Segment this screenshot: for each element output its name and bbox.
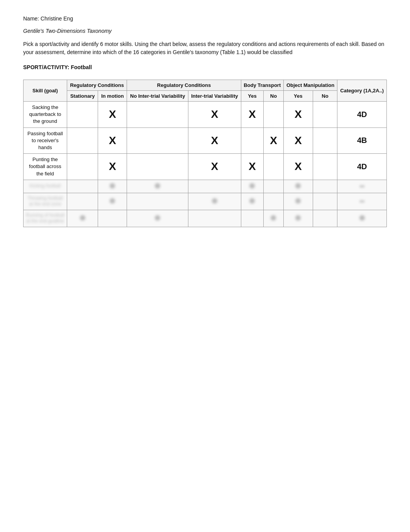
table-cell xyxy=(127,193,188,210)
header-skill: Skill (goal) xyxy=(24,80,67,102)
table-cell xyxy=(188,193,241,210)
table-cell xyxy=(188,180,241,193)
table-cell xyxy=(313,180,337,193)
table-cell: X xyxy=(98,154,127,180)
table-cell xyxy=(127,127,188,154)
table-cell xyxy=(313,210,337,227)
table-cell xyxy=(67,127,98,154)
table-cell xyxy=(241,210,264,227)
table-cell: X xyxy=(283,127,313,154)
table-cell xyxy=(127,102,188,128)
table-cell xyxy=(283,193,313,210)
table-cell xyxy=(241,180,264,193)
table-cell xyxy=(264,102,284,128)
table-cell: 4B xyxy=(337,127,387,154)
table-cell: X xyxy=(283,154,313,180)
subheader-obj-no: No xyxy=(313,91,337,102)
table-cell xyxy=(313,193,337,210)
header-category: Category (1A,2A..) xyxy=(337,80,387,102)
skill-cell: Sacking the quarterback to the ground xyxy=(24,102,67,128)
subheader-body-no: No xyxy=(264,91,284,102)
subheader-no-inter-trial: No Inter-trial Variability xyxy=(127,91,188,102)
header-body-transport: Body Transport xyxy=(241,80,283,91)
table-cell: X xyxy=(283,102,313,128)
table-cell: X xyxy=(241,102,264,128)
subheader-inter-trial: Inter-trial Variability xyxy=(188,91,241,102)
table-cell xyxy=(67,180,98,193)
table-cell xyxy=(98,180,127,193)
skill-cell: Passing football to receiver's hands xyxy=(24,127,67,154)
table-cell xyxy=(127,180,188,193)
table-cell xyxy=(241,193,264,210)
table-cell: X xyxy=(241,154,264,180)
table-cell xyxy=(264,154,284,180)
skill-cell: Punting the football across the field xyxy=(24,154,67,180)
table-cell xyxy=(67,193,98,210)
skill-cell: Running of football at the end goalline xyxy=(24,210,67,227)
table-cell xyxy=(264,180,284,193)
description: Pick a sport/activity and identify 6 mot… xyxy=(23,40,387,56)
subheader-in-motion: In motion xyxy=(98,91,127,102)
table-cell: •• xyxy=(337,180,387,193)
table-cell: •• xyxy=(337,193,387,210)
header-reg-conditions-2: Regulatory Conditions xyxy=(127,80,241,91)
header-object-manipulation: Object Manipulation xyxy=(283,80,337,91)
table-cell: 4D xyxy=(337,102,387,128)
table-cell xyxy=(98,193,127,210)
table-cell xyxy=(67,102,98,128)
subheader-obj-yes: Yes xyxy=(283,91,313,102)
table-cell xyxy=(67,210,98,227)
table-cell xyxy=(283,180,313,193)
table-cell: X xyxy=(98,127,127,154)
skill-cell: Throwing football at the end zone xyxy=(24,193,67,210)
table-cell xyxy=(264,210,284,227)
subheader-stationary: Stationary xyxy=(67,91,98,102)
title-line: Gentile's Two-Dimensions Taxonomy xyxy=(23,28,387,34)
table-cell xyxy=(313,127,337,154)
table-cell xyxy=(98,210,127,227)
table-cell xyxy=(337,210,387,227)
table-cell: X xyxy=(98,102,127,128)
taxonomy-table: Skill (goal) Regulatory Conditions Regul… xyxy=(23,80,387,227)
table-cell: 4D xyxy=(337,154,387,180)
table-cell xyxy=(127,154,188,180)
table-cell: X xyxy=(188,154,241,180)
table-cell xyxy=(264,193,284,210)
sport-line: SPORT/ACTIVITY: Football xyxy=(23,64,387,70)
subheader-body-yes: Yes xyxy=(241,91,264,102)
table-cell xyxy=(67,154,98,180)
table-cell: X xyxy=(264,127,284,154)
name-line: Name: Christine Eng xyxy=(23,15,387,22)
skill-cell: Kicking football xyxy=(24,180,67,193)
table-cell xyxy=(188,210,241,227)
header-reg-conditions-1: Regulatory Conditions xyxy=(67,80,127,91)
table-cell xyxy=(241,127,264,154)
table-cell xyxy=(313,102,337,128)
table-cell xyxy=(313,154,337,180)
table-cell xyxy=(283,210,313,227)
table-cell xyxy=(127,210,188,227)
table-cell: X xyxy=(188,102,241,128)
table-cell: X xyxy=(188,127,241,154)
